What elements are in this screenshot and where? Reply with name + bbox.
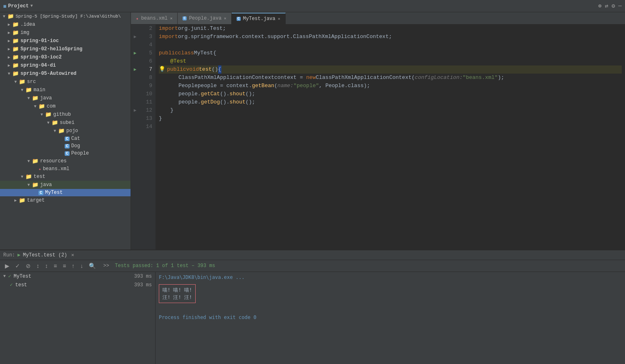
code-editor[interactable]: ▶ ▶ ▶ ▶ 2 3 4 5 6 7 8 [131,25,625,249]
run-button[interactable]: ▶ [3,262,11,270]
dropdown-arrow[interactable]: ▼ [30,4,33,8]
expand-button[interactable]: ≡ [52,262,59,270]
folder-icon-src: 📁 [19,79,25,85]
tree-item-subei[interactable]: ▼ 📁 subei [0,119,131,127]
tree-item-test[interactable]: ▼ 📁 test [0,173,131,181]
pass-icon-test: ✓ [10,282,13,288]
ln-8: 8 [142,74,152,82]
bottom-content: ▼ ✓ MyTest 393 ms ✓ test 393 ms F:\Java\… [0,272,625,364]
tree-label-spring03: spring-03-ioc2 [20,54,62,60]
tree-item-dog[interactable]: C Dog [0,142,131,150]
collapse-button[interactable]: ≡ [61,262,68,270]
tree-item-spring04[interactable]: ▶ 📁 spring-04-di [0,61,131,70]
tree-item-spring01[interactable]: ▶ 📁 spring-01-ioc [0,37,131,45]
gutter-14 [131,123,139,131]
add-icon[interactable]: ⊕ [598,2,601,9]
tree-item-spring03[interactable]: ▶ 📁 spring-03-ioc2 [0,53,131,61]
ln-7: 7 [142,65,152,74]
tree-label-spring02: Spring-02-helloSpring [20,46,82,52]
arrow-pojo: ▼ [52,129,57,133]
minimize-icon[interactable]: — [618,2,622,9]
tree-item-people[interactable]: C People [0,150,131,157]
xml-icon-tab: ✦ [136,16,139,21]
sync-icon[interactable]: ⇄ [605,2,608,9]
arrow-com: ▼ [33,104,38,109]
tree-item-github[interactable]: ▼ 📁 github [0,110,131,119]
sort-duration-button[interactable]: ↕ [43,262,50,270]
tree-label-people: People [71,151,89,156]
tree-label-spring04: spring-04-di [20,63,56,68]
arrow-src: ▼ [13,80,18,84]
tree-label-root: Spring-5 [Spring-Study] F:\Java\Github\ [16,14,121,19]
ln-2: 2 [142,25,152,33]
sort-alpha-button[interactable]: ↕ [35,262,41,270]
pass-filter-button[interactable]: ✓ [14,262,22,270]
tree-label-cat: Cat [71,136,80,142]
tab-mytest[interactable]: C MyTest.java ✕ [232,13,286,24]
test-tree: ▼ ✓ MyTest 393 ms ✓ test 393 ms [0,272,156,364]
tree-label-com: com [47,103,56,109]
tree-item-root[interactable]: ▼ 📁 Spring-5 [Spring-Study] F:\Java\Gith… [0,12,131,20]
code-content[interactable]: import org.junit.Test; import org.spring… [156,25,625,249]
tab-people[interactable]: C People.java ✕ [178,13,232,24]
next-fail-button[interactable]: ↓ [79,262,85,270]
gutter-9 [131,82,139,90]
code-line-6: @Test [159,57,622,65]
output-line-1: 喵! 喵! 喵! [162,286,192,294]
gutter-5: ▶ [131,49,139,57]
tree-item-target[interactable]: ▶ 📁 target [0,196,131,204]
tab-close-people[interactable]: ✕ [224,16,226,21]
arrow-subei: ▼ [46,121,51,125]
tree-item-com[interactable]: ▼ 📁 com [0,102,131,110]
sidebar: ▼ 📁 Spring-5 [Spring-Study] F:\Java\Gith… [0,12,131,249]
run-close-icon[interactable]: ✕ [71,252,74,258]
folder-icon-pojo: 📁 [58,128,65,134]
tree-item-cat[interactable]: C Cat [0,135,131,142]
tree-label-main: main [34,87,45,93]
folder-icon-subei: 📁 [52,119,58,126]
gutter-7: ▶ [131,65,139,74]
tab-close-beans[interactable]: ✕ [170,16,172,21]
run-icon: ▶ [18,252,20,258]
folder-icon-main: 📁 [25,87,32,93]
tree-item-spring02[interactable]: ▶ 📁 Spring-02-helloSpring [0,45,131,53]
tree-item-beansxml[interactable]: ✦ beans.xml [0,165,131,173]
tab-label-people: People.java [189,16,221,21]
folder-icon-test: 📁 [25,173,32,180]
search-test-button[interactable]: 🔍 [87,262,97,270]
editor-area: ✦ beans.xml ✕ C People.java ✕ C MyTest.j… [131,12,625,249]
tree-label-spring05: spring-05-Autowired [20,71,77,76]
tree-item-src[interactable]: ▼ 📁 src [0,78,131,86]
arrow-spring02: ▶ [7,47,11,52]
tab-bar: ✦ beans.xml ✕ C People.java ✕ C MyTest.j… [131,12,625,25]
test-tree-mytest[interactable]: ▼ ✓ MyTest 393 ms [0,272,155,281]
tree-item-pojo[interactable]: ▼ 📁 pojo [0,127,131,135]
java-icon-people: C [65,151,70,156]
tree-item-mytest[interactable]: C MyTest [0,189,131,196]
java-icon-dog: C [65,144,70,148]
fail-filter-button[interactable]: ⊘ [24,262,32,270]
tree-item-idea[interactable]: ▶ 📁 .idea [0,20,131,29]
gutter-2 [131,25,139,33]
tree-item-java[interactable]: ▼ 📁 java [0,94,131,102]
tree-item-img[interactable]: ▶ 📁 img [0,29,131,37]
console-output: F:\Java\JDK8\bin\java.exe ... 喵! 喵! 喵! 汪… [156,272,625,364]
tree-item-java2[interactable]: ▼ 📁 java [0,181,131,189]
code-line-5: public class MyTest { [159,49,622,57]
tree-item-spring05[interactable]: ▼ 📁 spring-05-Autowired [0,70,131,78]
tab-beans[interactable]: ✦ beans.xml ✕ [131,13,178,24]
tree-item-resources[interactable]: ▼ 📁 resources [0,157,131,165]
code-line-7: 💡 public void test(){ [159,65,622,74]
tab-close-mytest[interactable]: ✕ [278,16,280,21]
output-box: 喵! 喵! 喵! 汪! 汪! 汪! [159,284,196,303]
code-line-4 [159,41,622,49]
java-icon-tab-people: C [183,16,186,20]
arrow-spring01: ▶ [7,38,11,43]
test-tree-test[interactable]: ✓ test 393 ms [0,281,155,289]
prev-fail-button[interactable]: ↑ [70,262,76,270]
tree-item-main[interactable]: ▼ 📁 main [0,86,131,94]
code-line-11: people.getDog().shout(); [159,98,622,106]
folder-icon-spring05: 📁 [12,70,19,77]
settings-icon[interactable]: ⚙ [611,2,615,9]
tree-label-src: src [27,79,36,85]
